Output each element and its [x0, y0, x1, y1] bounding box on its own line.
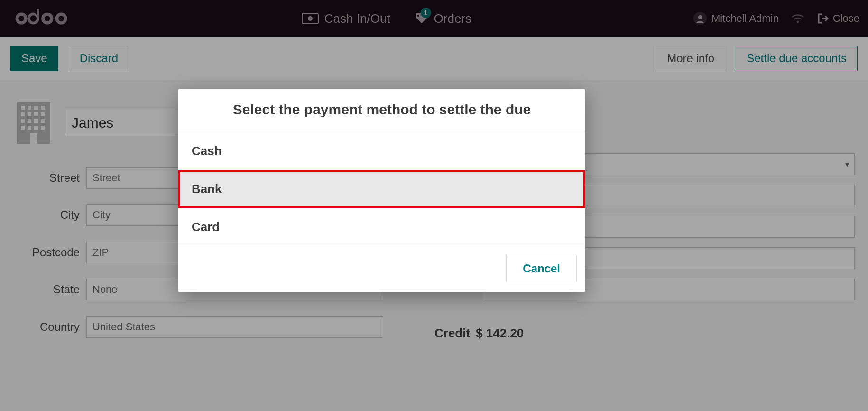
cancel-button[interactable]: Cancel	[506, 255, 577, 282]
payment-method-bank[interactable]: Bank	[178, 170, 585, 208]
payment-method-modal: Select the payment method to settle the …	[178, 89, 585, 292]
payment-method-cash[interactable]: Cash	[178, 132, 585, 170]
modal-title: Select the payment method to settle the …	[178, 89, 585, 132]
payment-method-card[interactable]: Card	[178, 208, 585, 246]
